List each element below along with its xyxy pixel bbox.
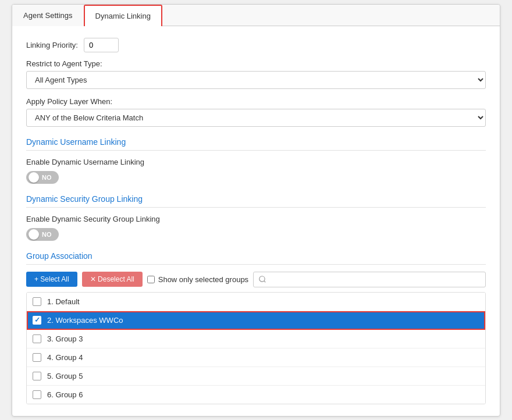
select-all-button[interactable]: + Select All [26,272,77,287]
dynamic-security-toggle-label: NO [42,231,52,238]
group-1-checkbox[interactable] [33,297,41,306]
tabs-bar: Agent Settings Dynamic Linking [12,5,500,26]
group-5-name: 5. Group 5 [47,372,83,380]
group-search-input[interactable] [253,272,486,287]
restrict-agent-type-select[interactable]: All Agent Types Type A Type B [26,71,486,89]
group-4-checkbox[interactable] [33,353,41,362]
toggle-circle-username [29,172,39,183]
apply-policy-label: Apply Policy Layer When: [26,97,486,106]
group-item-3[interactable]: 3. Group 3 [27,330,485,348]
toggle-circle-security [29,229,39,240]
group-2-name: 2. Workspaces WWCo [47,316,123,325]
group-association-section: Group Association + Select All ✕ Deselec… [26,251,486,404]
group-3-name: 3. Group 3 [47,334,83,343]
linking-priority-row: Linking Priority: [26,38,486,52]
linking-priority-label: Linking Priority: [26,41,78,49]
show-selected-label[interactable]: Show only selected groups [147,275,248,284]
group-1-name: 1. Default [47,297,80,306]
group-2-checkbox[interactable] [33,316,41,325]
dynamic-security-toggle[interactable]: NO [26,228,59,241]
dynamic-username-section-title: Dynamic Username Linking [26,137,486,151]
dynamic-username-toggle[interactable]: NO [26,171,59,184]
group-4-name: 4. Group 4 [47,353,83,362]
dynamic-security-enable-label: Enable Dynamic Security Group Linking [26,215,486,223]
group-association-title: Group Association [26,251,486,265]
group-5-checkbox[interactable] [33,372,41,380]
dynamic-security-section-title: Dynamic Security Group Linking [26,194,486,208]
group-item-4[interactable]: 4. Group 4 [27,348,485,367]
dynamic-username-toggle-row: NO [26,171,486,184]
deselect-all-button[interactable]: ✕ Deselect All [82,272,143,287]
dynamic-security-toggle-row: NO [26,228,486,241]
apply-policy-group: Apply Policy Layer When: ANY of the Belo… [26,97,486,127]
group-3-checkbox[interactable] [33,334,41,343]
tab-content: Linking Priority: Restrict to Agent Type… [12,26,500,416]
group-6-checkbox[interactable] [33,390,41,399]
tab-agent-settings[interactable]: Agent Settings [12,5,84,26]
show-selected-checkbox[interactable] [147,276,155,283]
dynamic-username-enable-label: Enable Dynamic Username Linking [26,158,486,166]
dynamic-username-toggle-label: NO [42,174,52,181]
tab-dynamic-linking[interactable]: Dynamic Linking [84,5,162,26]
group-list: 1. Default 2. Workspaces WWCo 3. Group 3… [26,292,486,404]
linking-priority-input[interactable] [84,38,119,52]
main-container: Agent Settings Dynamic Linking Linking P… [12,4,500,417]
group-toolbar: + Select All ✕ Deselect All Show only se… [26,272,486,287]
group-item-2[interactable]: 2. Workspaces WWCo [27,311,485,330]
apply-policy-select[interactable]: ANY of the Below Criteria Match ALL of t… [26,109,486,127]
restrict-agent-type-group: Restrict to Agent Type: All Agent Types … [26,59,486,89]
group-item-5[interactable]: 5. Group 5 [27,367,485,386]
group-item-1[interactable]: 1. Default [27,293,485,311]
restrict-agent-type-label: Restrict to Agent Type: [26,59,486,68]
group-item-6[interactable]: 6. Group 6 [27,386,485,404]
group-6-name: 6. Group 6 [47,390,83,399]
